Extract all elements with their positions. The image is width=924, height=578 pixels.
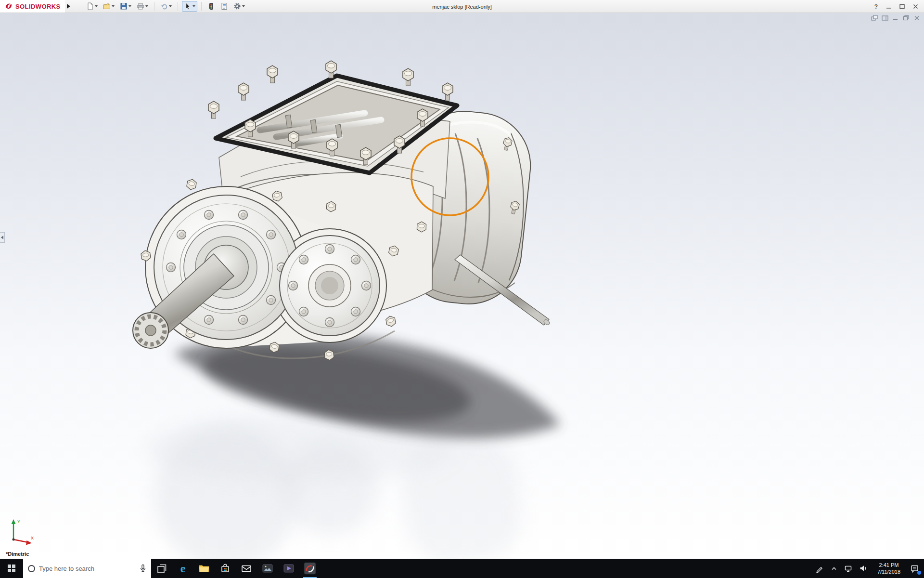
options-button[interactable] — [231, 1, 247, 12]
clock-date: 7/11/2018 — [874, 568, 904, 575]
print-button[interactable] — [135, 1, 150, 12]
taskbar-item-movies[interactable] — [278, 559, 299, 578]
undo-button[interactable] — [158, 1, 174, 12]
save-icon — [120, 2, 128, 10]
dropdown-caret[interactable] — [128, 5, 131, 7]
solidworks-window: SOLIDWORKS — [0, 0, 924, 578]
dropdown-caret[interactable] — [242, 5, 245, 7]
logo-text: SOLIDWORKS — [15, 3, 61, 10]
taskbar-item-file-explorer[interactable] — [193, 559, 215, 578]
mail-icon — [240, 562, 253, 575]
dropdown-caret[interactable] — [192, 5, 195, 7]
print-icon — [137, 2, 144, 10]
task-view-button[interactable] — [151, 559, 172, 578]
countershaft-face — [280, 236, 380, 336]
new-document-button[interactable] — [84, 1, 100, 12]
minimize-button[interactable] — [886, 4, 891, 9]
search-input[interactable] — [39, 559, 136, 578]
new-document-icon — [86, 2, 94, 10]
graphics-area[interactable]: Y X *Dimetric — [0, 13, 924, 559]
toolbar-separator — [154, 2, 154, 11]
options-gear-icon — [233, 2, 241, 10]
select-cursor-icon — [184, 2, 192, 10]
undo-icon — [160, 2, 168, 10]
view-orientation-label: *Dimetric — [6, 551, 29, 557]
action-center-button[interactable] — [910, 564, 919, 573]
pen-icon[interactable] — [815, 564, 824, 573]
taskbar-clock[interactable]: 2:41 PM 7/11/2018 — [874, 562, 904, 575]
help-button[interactable]: ? — [874, 3, 878, 10]
doc-cascade-button[interactable] — [871, 15, 878, 21]
doc-minimize-button[interactable] — [892, 15, 899, 21]
open-button[interactable] — [101, 1, 116, 12]
network-icon[interactable] — [844, 565, 853, 573]
rebuild-button[interactable] — [205, 1, 217, 12]
cortana-icon — [28, 565, 35, 572]
dropdown-caret[interactable] — [145, 5, 148, 7]
triad-y-label: Y — [17, 519, 20, 524]
save-button[interactable] — [118, 1, 133, 12]
feature-manager-collapse-tab[interactable] — [0, 232, 5, 243]
system-tray: 2:41 PM 7/11/2018 — [815, 559, 924, 578]
gearbox-model[interactable] — [133, 61, 551, 361]
window-controls: ? — [874, 0, 918, 13]
taskbar-item-solidworks[interactable] — [299, 559, 321, 578]
viewport-canvas[interactable] — [0, 13, 924, 559]
doc-close-button[interactable] — [913, 15, 920, 21]
menu-flyout-arrow[interactable] — [65, 0, 73, 13]
svg-text:e: e — [180, 562, 186, 575]
windows-taskbar: e — [0, 559, 924, 578]
orientation-triad: Y X — [6, 517, 37, 547]
windows-logo-icon — [8, 565, 15, 572]
file-properties-button[interactable] — [218, 1, 230, 12]
file-properties-icon — [220, 2, 228, 10]
triad-x-label: X — [31, 536, 34, 540]
photos-icon — [261, 562, 274, 575]
file-explorer-icon — [198, 562, 210, 575]
quick-access-toolbar — [84, 1, 247, 12]
solidworks-logo: SOLIDWORKS — [0, 0, 65, 13]
taskbar-item-edge[interactable]: e — [172, 559, 193, 578]
maximize-button[interactable] — [899, 4, 905, 9]
taskbar-item-mail[interactable] — [236, 559, 257, 578]
solidworks-app-icon — [303, 562, 317, 575]
microphone-icon[interactable] — [140, 564, 146, 573]
volume-icon[interactable] — [859, 565, 868, 572]
taskbar-item-store[interactable] — [215, 559, 236, 578]
select-tool-button[interactable] — [182, 1, 197, 12]
dropdown-caret[interactable] — [95, 5, 98, 7]
taskbar-search[interactable] — [23, 559, 151, 578]
close-button[interactable] — [913, 4, 918, 9]
task-view-icon — [155, 562, 168, 575]
toolbar-separator — [201, 2, 202, 11]
taskbar-item-photos[interactable] — [257, 559, 278, 578]
title-bar: SOLIDWORKS — [0, 0, 924, 13]
ds-logo-icon — [4, 2, 13, 11]
toolbar-separator — [178, 2, 178, 11]
doc-pane-button[interactable] — [882, 15, 888, 21]
rebuild-stoplight-icon — [207, 2, 215, 10]
hidden-icons-chevron-icon[interactable] — [830, 565, 838, 572]
doc-restore-button[interactable] — [903, 15, 910, 21]
movies-icon — [282, 562, 295, 575]
document-title: menjac sklop [Read-only] — [432, 0, 492, 13]
dropdown-caret[interactable] — [169, 5, 172, 7]
notification-badge — [917, 571, 921, 575]
start-button[interactable] — [0, 559, 23, 578]
edge-icon: e — [177, 562, 189, 575]
document-window-controls — [871, 15, 920, 21]
dropdown-caret[interactable] — [112, 5, 115, 7]
store-icon — [219, 562, 231, 575]
clock-time: 2:41 PM — [874, 562, 904, 568]
open-folder-icon — [103, 2, 111, 10]
